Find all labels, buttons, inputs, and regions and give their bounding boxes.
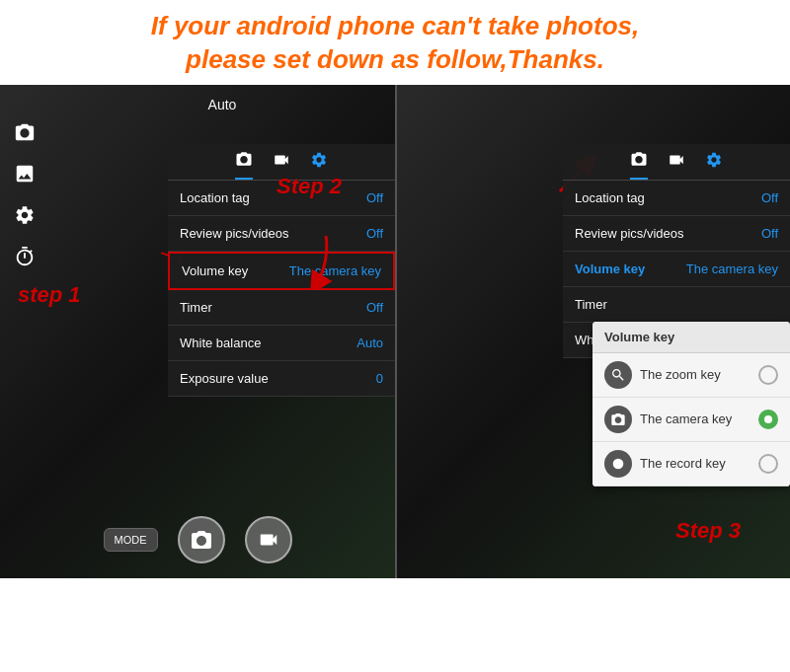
dropdown-item-camera[interactable]: The camera key (592, 398, 790, 442)
camera-key-icon (604, 406, 632, 433)
zoom-key-radio[interactable] (758, 365, 778, 385)
dropdown-title: Volume key (592, 322, 790, 353)
bottom-bar-left: MODE (0, 516, 395, 563)
svg-point-0 (613, 458, 624, 469)
r-review-pics-label: Review pics/videos (575, 226, 684, 241)
header-line2: please set down as follow,Thanks. (15, 43, 775, 77)
left-sidebar (0, 85, 49, 578)
r-review-pics-value: Off (761, 226, 778, 241)
r-timer-label: Timer (575, 297, 607, 312)
timer-value: Off (366, 300, 383, 315)
r-volume-key-label: Volume key (575, 261, 645, 276)
zoom-key-icon (604, 361, 632, 389)
gallery-icon[interactable] (7, 156, 42, 191)
camera-key-radio[interactable] (758, 410, 778, 429)
record-key-label: The record key (640, 456, 750, 471)
capture-button[interactable] (178, 516, 225, 563)
header-line1: If your android phone can't take photos, (15, 10, 775, 43)
timer-row-left[interactable]: Timer Off (168, 290, 395, 326)
exposure-row-left[interactable]: Exposure value 0 (168, 361, 395, 397)
switch-camera-icon[interactable] (7, 114, 42, 150)
tab-video-right[interactable] (668, 151, 685, 179)
volume-key-dropdown: Volume key The zoom key The camera key (592, 322, 790, 486)
left-screen: Auto (0, 85, 395, 578)
right-screen: Location tag Off Review pics/videos Off … (395, 85, 790, 578)
review-pics-label: Review pics/videos (180, 226, 289, 241)
record-key-icon (604, 450, 632, 478)
location-tag-row-right[interactable]: Location tag Off (563, 181, 790, 216)
dropdown-item-record[interactable]: The record key (592, 442, 790, 486)
white-balance-label: White balance (180, 336, 261, 350)
location-tag-value: Off (366, 190, 383, 205)
mode-button[interactable]: MODE (104, 528, 158, 552)
location-tag-label: Location tag (180, 190, 250, 205)
auto-label: Auto (208, 97, 237, 112)
volume-key-row-left[interactable]: Volume key The camera key (168, 252, 395, 290)
tab-photo-right[interactable] (630, 150, 648, 180)
white-balance-row-left[interactable]: White balance Auto (168, 326, 395, 361)
record-key-radio[interactable] (758, 454, 778, 474)
camera-key-label: The camera key (640, 411, 750, 426)
review-pics-value: Off (366, 226, 383, 241)
tab-photo-left[interactable] (235, 150, 253, 180)
header-title: If your android phone can't take photos,… (15, 10, 775, 77)
timer-icon[interactable] (7, 239, 42, 274)
settings-icon[interactable] (7, 197, 42, 233)
exposure-value: 0 (376, 371, 383, 386)
r-location-tag-value: Off (761, 190, 778, 205)
timer-label: Timer (180, 300, 212, 315)
exposure-label: Exposure value (180, 371, 269, 386)
step3-label: Step 3 (675, 518, 741, 544)
volume-key-row-right[interactable]: Volume key The camera key (563, 252, 790, 287)
arrow-step2 (291, 231, 341, 294)
top-bar-left: Auto (49, 97, 395, 112)
volume-key-label: Volume key (182, 263, 248, 278)
header: If your android phone can't take photos,… (0, 0, 790, 85)
dropdown-item-zoom[interactable]: The zoom key (592, 353, 790, 398)
step1-label: step 1 (18, 282, 81, 308)
r-volume-key-value: The camera key (686, 261, 778, 276)
r-location-tag-label: Location tag (575, 190, 645, 205)
step2-label: Step 2 (276, 174, 342, 199)
tab-settings-right[interactable] (705, 151, 723, 179)
review-pics-row-left[interactable]: Review pics/videos Off (168, 216, 395, 252)
white-balance-value: Auto (356, 336, 383, 350)
screens-container: Auto (0, 85, 790, 578)
zoom-key-label: The zoom key (640, 367, 750, 382)
review-pics-row-right[interactable]: Review pics/videos Off (563, 216, 790, 252)
panel-tabs-right (563, 144, 790, 181)
timer-row-right[interactable]: Timer (563, 287, 790, 323)
video-button[interactable] (245, 516, 292, 563)
